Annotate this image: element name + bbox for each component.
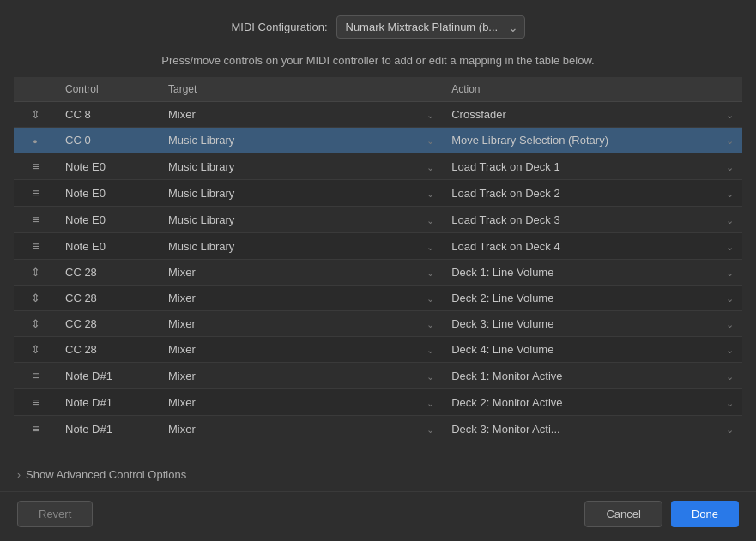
row-action: Load Track on Deck 1 — [443, 153, 717, 180]
row-control: Note E0 — [57, 153, 160, 180]
chevron-right-icon: › — [17, 469, 21, 481]
target-dropdown-icon[interactable]: ⌄ — [418, 128, 443, 153]
row-action: Load Track on Deck 3 — [443, 207, 717, 233]
row-control: Note E0 — [57, 180, 160, 207]
table-row[interactable]: ≡Note D#1Mixer⌄Deck 3: Monitor Acti...⌄ — [14, 416, 742, 442]
row-action: Deck 4: Line Volume — [443, 337, 717, 363]
target-dropdown-icon[interactable]: ⌄ — [418, 260, 443, 286]
row-icon: ≡ — [14, 363, 57, 389]
target-dropdown-icon[interactable]: ⌄ — [418, 311, 443, 337]
col-header-target: Target — [160, 77, 443, 102]
target-dropdown-icon[interactable]: ⌄ — [418, 389, 443, 416]
table-container: Control Target Action ⇕CC 8Mixer⌄Crossfa… — [14, 77, 742, 458]
row-control: CC 28 — [57, 286, 160, 311]
row-control: CC 0 — [57, 128, 160, 153]
target-dropdown-icon[interactable]: ⌄ — [418, 180, 443, 207]
table-row[interactable]: ⇕CC 28Mixer⌄Deck 3: Line Volume⌄ — [14, 311, 742, 337]
action-dropdown-icon[interactable]: ⌄ — [717, 286, 742, 311]
row-icon: ⇕ — [14, 260, 57, 286]
row-target[interactable]: Mixer — [160, 311, 418, 337]
row-icon: ≡ — [14, 180, 57, 207]
done-button[interactable]: Done — [671, 501, 739, 527]
table-row[interactable]: ≡Note E0Music Library⌄Load Track on Deck… — [14, 233, 742, 260]
row-action: Load Track on Deck 2 — [443, 180, 717, 207]
col-header-icon — [14, 77, 57, 102]
row-icon: ⇕ — [14, 337, 57, 363]
table-scroll[interactable]: Control Target Action ⇕CC 8Mixer⌄Crossfa… — [14, 77, 742, 458]
row-control: CC 28 — [57, 311, 160, 337]
row-target[interactable]: Mixer — [160, 102, 418, 128]
table-row[interactable]: ≡Note E0Music Library⌄Load Track on Deck… — [14, 153, 742, 180]
midi-mapping-dialog: MIDI Configuration: Numark Mixtrack Plat… — [0, 0, 756, 541]
row-control: Note E0 — [57, 207, 160, 233]
table-row[interactable]: ⇕CC 28Mixer⌄Deck 4: Line Volume⌄ — [14, 337, 742, 363]
row-target[interactable]: Music Library — [160, 128, 418, 153]
action-dropdown-icon[interactable]: ⌄ — [717, 389, 742, 416]
target-dropdown-icon[interactable]: ⌄ — [418, 337, 443, 363]
mappings-table: Control Target Action ⇕CC 8Mixer⌄Crossfa… — [14, 77, 742, 442]
action-dropdown-icon[interactable]: ⌄ — [717, 260, 742, 286]
row-control: CC 28 — [57, 260, 160, 286]
row-icon: ● — [14, 128, 57, 153]
row-target[interactable]: Mixer — [160, 260, 418, 286]
row-icon: ≡ — [14, 389, 57, 416]
row-action: Load Track on Deck 4 — [443, 233, 717, 260]
revert-button[interactable]: Revert — [17, 501, 93, 527]
action-dropdown-icon[interactable]: ⌄ — [717, 180, 742, 207]
target-dropdown-icon[interactable]: ⌄ — [418, 102, 443, 128]
row-action: Deck 3: Line Volume — [443, 311, 717, 337]
midi-config-row: MIDI Configuration: Numark Mixtrack Plat… — [0, 0, 756, 51]
target-dropdown-icon[interactable]: ⌄ — [418, 363, 443, 389]
row-control: Note D#1 — [57, 416, 160, 442]
target-dropdown-icon[interactable]: ⌄ — [418, 153, 443, 180]
target-dropdown-icon[interactable]: ⌄ — [418, 416, 443, 442]
table-row[interactable]: ≡Note D#1Mixer⌄Deck 1: Monitor Active⌄ — [14, 363, 742, 389]
table-row[interactable]: ⇕CC 28Mixer⌄Deck 2: Line Volume⌄ — [14, 286, 742, 311]
midi-config-label: MIDI Configuration: — [232, 21, 328, 33]
action-dropdown-icon[interactable]: ⌄ — [717, 128, 742, 153]
row-action: Move Library Selection (Rotary) — [443, 128, 717, 153]
table-row[interactable]: ●CC 0Music Library⌄Move Library Selectio… — [14, 128, 742, 153]
row-action: Deck 1: Monitor Active — [443, 363, 717, 389]
table-row[interactable]: ⇕CC 28Mixer⌄Deck 1: Line Volume⌄ — [14, 260, 742, 286]
row-target[interactable]: Music Library — [160, 207, 418, 233]
row-target[interactable]: Music Library — [160, 180, 418, 207]
row-target[interactable]: Mixer — [160, 363, 418, 389]
target-dropdown-icon[interactable]: ⌄ — [418, 286, 443, 311]
action-dropdown-icon[interactable]: ⌄ — [717, 233, 742, 260]
action-dropdown-icon[interactable]: ⌄ — [717, 337, 742, 363]
target-dropdown-icon[interactable]: ⌄ — [418, 233, 443, 260]
table-row[interactable]: ⇕CC 8Mixer⌄Crossfader⌄ — [14, 102, 742, 128]
target-dropdown-icon[interactable]: ⌄ — [418, 207, 443, 233]
action-dropdown-icon[interactable]: ⌄ — [717, 311, 742, 337]
advanced-options-label: Show Advanced Control Options — [26, 468, 186, 481]
midi-config-select-wrapper[interactable]: Numark Mixtrack Platinum (b... — [336, 15, 525, 39]
instruction-text: Press/move controls on your MIDI control… — [0, 51, 756, 77]
row-action: Deck 2: Line Volume — [443, 286, 717, 311]
row-action: Deck 2: Monitor Active — [443, 389, 717, 416]
midi-config-select[interactable]: Numark Mixtrack Platinum (b... — [336, 15, 525, 39]
action-dropdown-icon[interactable]: ⌄ — [717, 207, 742, 233]
row-action: Deck 3: Monitor Acti... — [443, 416, 717, 442]
table-row[interactable]: ≡Note D#1Mixer⌄Deck 2: Monitor Active⌄ — [14, 389, 742, 416]
row-target[interactable]: Mixer — [160, 416, 418, 442]
table-row[interactable]: ≡Note E0Music Library⌄Load Track on Deck… — [14, 207, 742, 233]
row-target[interactable]: Mixer — [160, 389, 418, 416]
action-dropdown-icon[interactable]: ⌄ — [717, 363, 742, 389]
row-icon: ≡ — [14, 416, 57, 442]
advanced-options-row[interactable]: › Show Advanced Control Options — [0, 458, 756, 491]
row-icon: ≡ — [14, 207, 57, 233]
row-target[interactable]: Mixer — [160, 286, 418, 311]
action-dropdown-icon[interactable]: ⌄ — [717, 416, 742, 442]
row-icon: ≡ — [14, 233, 57, 260]
row-icon: ⇕ — [14, 286, 57, 311]
row-icon: ≡ — [14, 153, 57, 180]
cancel-button[interactable]: Cancel — [584, 501, 662, 527]
row-target[interactable]: Mixer — [160, 337, 418, 363]
table-row[interactable]: ≡Note E0Music Library⌄Load Track on Deck… — [14, 180, 742, 207]
row-target[interactable]: Music Library — [160, 153, 418, 180]
action-dropdown-icon[interactable]: ⌄ — [717, 153, 742, 180]
row-target[interactable]: Music Library — [160, 233, 418, 260]
action-dropdown-icon[interactable]: ⌄ — [717, 102, 742, 128]
row-icon: ⇕ — [14, 311, 57, 337]
